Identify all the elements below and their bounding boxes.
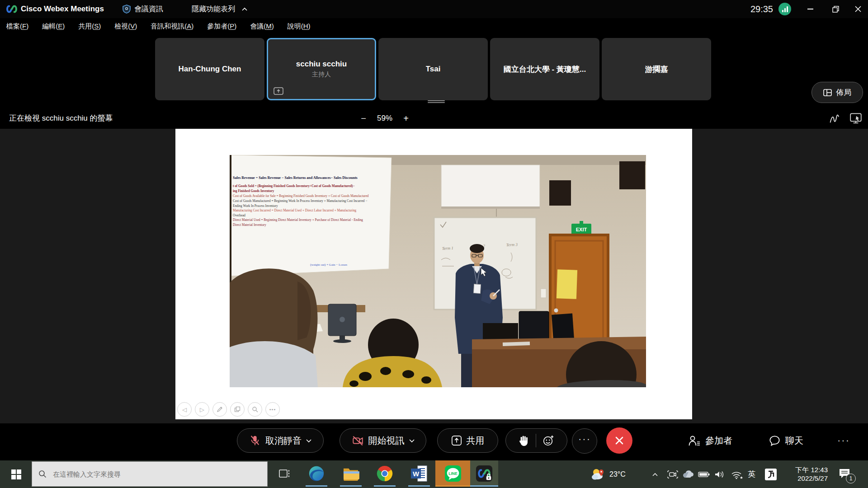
language-label: 英 [748, 469, 756, 479]
taskbar-line-icon[interactable]: LINE [435, 460, 470, 487]
start-button[interactable] [5, 460, 27, 488]
svg-text:Cost of Goods Manufactured = B: Cost of Goods Manufactured = Beginning W… [233, 199, 367, 203]
zoom-out-button[interactable]: − [358, 113, 369, 124]
menu-file[interactable]: 檔案(F) [6, 22, 28, 31]
connection-quality-icon[interactable] [778, 3, 791, 15]
participant-name: 游擱嘉 [645, 64, 668, 75]
chat-panel-button[interactable]: 聊天 [769, 428, 803, 453]
menu-help[interactable]: 說明(H) [288, 22, 311, 31]
menu-view[interactable]: 檢視(V) [114, 22, 137, 31]
svg-text:t of Goods Sold = (Beginning F: t of Goods Sold = (Beginning Finished Go… [233, 184, 355, 188]
raise-hand-icon[interactable] [519, 435, 529, 446]
weather-icon [591, 468, 606, 481]
sharing-indicator-icon [274, 87, 283, 95]
pill-divider [536, 434, 536, 447]
copy-icon [230, 402, 245, 417]
title-bar: Cisco Webex Meetings 會議資訊 隱藏功能表列 29:35 [0, 0, 868, 18]
shared-screen-canvas[interactable]: Sales Revenue = Sales Revenue − Sales Re… [175, 129, 692, 419]
svg-text:LINE: LINE [448, 471, 458, 476]
onedrive-icon[interactable] [682, 460, 694, 488]
volume-icon[interactable] [713, 460, 726, 488]
camera-off-icon [352, 435, 364, 446]
photo-viewer-toolbar: ◁ ▷ ••• [177, 402, 280, 417]
weather-widget[interactable]: 23°C [591, 460, 626, 488]
menu-edit[interactable]: 編輯(E) [42, 22, 65, 31]
annotate-icon[interactable] [829, 112, 841, 125]
task-view-button[interactable] [270, 460, 298, 487]
more-panels-button[interactable]: ··· [837, 428, 850, 453]
network-icon[interactable] [731, 460, 744, 488]
taskbar-clock[interactable]: 下午 12:43 2022/5/27 [783, 465, 828, 483]
unmute-button[interactable]: 取消靜音 [237, 428, 324, 453]
share-status-bar: 正在檢視 scchiu scchiu 的螢幕 − 59% + [0, 108, 868, 129]
app-title: Cisco Webex Meetings [21, 0, 104, 18]
layout-grid-icon [823, 89, 832, 96]
zoom-controls: − 59% + [358, 108, 411, 129]
strip-resize-handle[interactable] [428, 100, 445, 104]
reactions-smiley-icon[interactable] [542, 435, 554, 446]
svg-text:Term 3: Term 3 [506, 242, 518, 247]
zoom-in-button[interactable]: + [401, 113, 411, 124]
menu-audio-video[interactable]: 音訊和視訊(A) [151, 22, 193, 31]
next-icon: ▷ [195, 402, 209, 417]
action-center-button[interactable]: 1 [835, 460, 854, 488]
chevron-down-icon[interactable] [306, 439, 311, 443]
chevron-down-icon[interactable] [409, 439, 415, 443]
leave-meeting-button[interactable] [606, 427, 632, 454]
chevron-up-icon[interactable] [241, 7, 248, 12]
participant-tile[interactable]: Han-Chung Chen [155, 38, 264, 100]
windows-taskbar: W LINE [0, 460, 868, 488]
share-button[interactable]: 共用 [437, 428, 498, 453]
taskbar-chrome-icon[interactable] [371, 460, 399, 487]
tray-overflow-chevron[interactable] [650, 460, 660, 488]
participants-icon [688, 435, 701, 447]
speaker-box [619, 161, 645, 189]
meeting-info-button[interactable]: 會議資訊 [134, 0, 163, 18]
taskbar-webex-icon[interactable] [470, 460, 498, 487]
chat-label: 聊天 [785, 435, 803, 447]
restore-button[interactable] [826, 0, 845, 18]
participant-tile[interactable]: Tsai [378, 38, 488, 100]
speaker-box [549, 180, 571, 206]
task-view-icon [278, 468, 290, 479]
minimize-button[interactable] [800, 0, 820, 18]
share-label: 共用 [467, 435, 485, 447]
meeting-timer: 29:35 [745, 0, 773, 18]
svg-text:Manufacturing Cost Incurred =: Manufacturing Cost Incurred = Direct Mat… [233, 209, 357, 212]
classroom-photo: Sales Revenue = Sales Revenue − Sales Re… [230, 155, 646, 387]
webex-logo-icon [5, 3, 18, 15]
taskbar-word-icon[interactable]: W [405, 460, 433, 487]
more-icon: ••• [265, 402, 280, 417]
menu-participant[interactable]: 參加者(P) [207, 22, 236, 31]
taskbar-search[interactable] [32, 461, 268, 487]
remote-control-icon[interactable] [849, 112, 863, 125]
layout-button-label: 佈局 [836, 87, 851, 98]
taskbar-edge-icon[interactable] [302, 460, 330, 487]
participant-tile[interactable]: 游擱嘉 [602, 38, 711, 100]
search-input[interactable] [52, 470, 253, 479]
menu-share[interactable]: 共用(S) [78, 22, 101, 31]
projected-slide: Sales Revenue = Sales Revenue − Sales Re… [230, 155, 392, 276]
svg-text:EXIT: EXIT [576, 227, 587, 232]
taskbar-file-explorer-icon[interactable] [337, 460, 365, 487]
svg-text:W: W [413, 470, 420, 478]
more-options-button[interactable]: ··· [572, 428, 597, 454]
participant-tile-host[interactable]: scchiu scchiu 主持人 [267, 38, 376, 100]
svg-text:Direct Material Inventory: Direct Material Inventory [233, 223, 266, 227]
hide-menubar-button[interactable]: 隱藏功能表列 [192, 0, 235, 18]
start-video-button[interactable]: 開始視訊 [340, 428, 426, 453]
participant-tile[interactable]: 國立台北大學 - 黃瓊慧... [490, 38, 599, 100]
menu-meeting[interactable]: 會議(M) [250, 22, 274, 31]
battery-icon[interactable] [697, 460, 711, 488]
close-button[interactable] [848, 0, 868, 18]
ime-mode-icon[interactable] [763, 460, 778, 488]
previous-icon: ◁ [177, 402, 192, 417]
meet-now-icon[interactable] [666, 460, 679, 488]
participant-name: scchiu scchiu [296, 60, 347, 69]
notification-count-badge: 1 [846, 474, 856, 483]
viewing-status-text: 正在檢視 scchiu scchiu 的螢幕 [9, 108, 113, 129]
svg-text:Term 1: Term 1 [442, 246, 453, 251]
participants-panel-button[interactable]: 參加者 [688, 428, 732, 453]
language-indicator[interactable]: 英 [746, 460, 758, 488]
layout-button[interactable]: 佈局 [811, 82, 863, 103]
